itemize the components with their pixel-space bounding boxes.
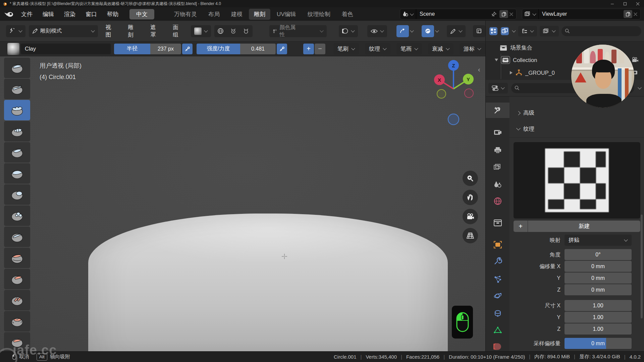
offset-z-field[interactable]: 0 mm [565, 284, 632, 295]
popover-cursor[interactable]: 游标 [460, 43, 485, 55]
remesh-toggle[interactable] [422, 25, 434, 37]
brush-clay[interactable] [4, 100, 30, 120]
properties-scrollbar[interactable] [641, 215, 643, 318]
offset-x-field[interactable]: 0 mm [565, 261, 632, 272]
offset-y-field[interactable]: 0 mm [565, 273, 632, 284]
orientation-gizmo[interactable]: Z X Y [432, 56, 479, 127]
brush-multiplane-scrape[interactable] [4, 311, 30, 331]
view-layer-copy-button[interactable] [624, 10, 632, 18]
outliner-filter-dropdown[interactable] [518, 26, 537, 37]
menu-mask[interactable]: 遮罩 [146, 24, 165, 39]
outliner-row-scene-collection[interactable]: 场景集合 [499, 42, 532, 54]
popover-falloff[interactable]: 衰减 [428, 43, 453, 55]
tab-object-data[interactable] [486, 322, 510, 338]
tab-scene[interactable] [486, 177, 510, 192]
radius-slider[interactable]: 半径 237 px [114, 44, 181, 54]
active-brush-preview-dropdown[interactable] [191, 25, 211, 37]
brush-layer[interactable] [4, 163, 30, 184]
global-orientation-icon[interactable] [214, 25, 227, 37]
menu-sculpt[interactable]: 雕刻 [124, 24, 143, 39]
restrict-render-camera-icon[interactable] [631, 56, 639, 64]
tab-particles[interactable] [486, 272, 510, 287]
menu-render[interactable]: 渲染 [59, 9, 80, 19]
tab-render[interactable] [486, 125, 510, 140]
brush-draw-sharp[interactable] [4, 79, 30, 99]
brush-inflate[interactable] [4, 184, 30, 205]
tab-modifiers[interactable] [486, 253, 510, 269]
brush-clay-strips[interactable] [4, 121, 30, 141]
outliner-display-mode-icon[interactable] [500, 27, 509, 36]
brush-smooth[interactable] [4, 248, 30, 268]
tab-constraints[interactable] [486, 306, 510, 321]
radius-pressure-toggle[interactable] [182, 44, 193, 54]
remove-button[interactable]: − [315, 44, 325, 54]
texture-new-button[interactable]: 新建 [528, 221, 640, 232]
workspace-tab-sculpting[interactable]: 雕刻 [249, 9, 270, 20]
brush-blob[interactable] [4, 205, 30, 226]
color-attribute-dropdown[interactable]: 颜色属性 [269, 25, 327, 37]
workspace-tab-modeling[interactable]: 建模 [226, 9, 248, 20]
mapping-dropdown[interactable]: 拼贴 [565, 235, 632, 246]
transform-orientation-chevron[interactable] [410, 28, 414, 32]
view-layer-browse-button[interactable] [522, 9, 539, 19]
menu-window[interactable]: 窗口 [80, 9, 102, 19]
zoom-button[interactable] [463, 171, 478, 186]
brush-name-field[interactable]: Clay [21, 44, 111, 54]
properties-editor-type-dropdown[interactable] [488, 83, 508, 94]
brush-preview-thumbnail[interactable] [7, 43, 19, 55]
menu-edit[interactable]: 编辑 [38, 9, 59, 19]
pin-icon[interactable] [491, 11, 497, 17]
remesh-chevron[interactable] [435, 28, 439, 32]
scene-name[interactable]: Scene [416, 11, 491, 17]
brush-scrape[interactable] [4, 290, 30, 310]
workspace-tab-animism[interactable]: 万物有灵 [169, 9, 202, 20]
scene-browse-button[interactable] [400, 9, 416, 19]
editor-type-button[interactable] [6, 25, 25, 37]
brush-crease[interactable] [4, 227, 30, 247]
brush-flatten[interactable] [4, 269, 30, 289]
tab-tool[interactable] [486, 103, 510, 118]
outliner-search-input[interactable] [561, 26, 641, 36]
tab-world[interactable] [486, 193, 510, 209]
tab-object[interactable] [486, 237, 510, 252]
workspace-tab-uv-editing[interactable]: UV编辑 [272, 9, 301, 20]
menu-view[interactable]: 视图 [101, 24, 120, 39]
menu-file[interactable]: 文件 [16, 9, 38, 19]
outliner-header-chevron[interactable] [512, 28, 516, 32]
viewport-canvas[interactable]: 用户透视 (局部) (4) Circle.001 Z [0, 56, 485, 351]
menu-face-sets[interactable]: 面组 [168, 24, 187, 39]
popover-stroke[interactable]: 笔画 [396, 43, 422, 55]
outliner-view-layer-dropdown[interactable] [540, 26, 559, 37]
snap-target-icon[interactable] [227, 25, 240, 37]
expand-triangle-icon[interactable] [510, 71, 513, 74]
outliner-row-collection[interactable]: Collection [495, 54, 537, 66]
popover-brush[interactable]: 笔刷 [333, 43, 359, 55]
tab-physics[interactable] [486, 288, 510, 303]
menu-help[interactable]: 帮助 [102, 9, 123, 19]
size-z-field[interactable]: 1.00 [565, 323, 632, 335]
outliner-row-group[interactable]: _GROUP_0 [510, 67, 555, 78]
angle-field[interactable]: 0° [565, 249, 632, 260]
pan-button[interactable] [463, 190, 478, 205]
workspace-tab-layout[interactable]: 布局 [203, 9, 225, 20]
annotate-dropdown[interactable] [447, 25, 466, 37]
tab-collection[interactable] [486, 215, 510, 231]
mode-dropdown[interactable]: 雕刻模式 [29, 25, 98, 37]
snap-magnet-icon[interactable] [240, 25, 253, 37]
tab-output[interactable] [486, 142, 510, 158]
maximize-button[interactable] [619, 0, 631, 7]
view-layer-name[interactable]: ViewLayer [539, 11, 624, 17]
language-button[interactable]: 中文 [129, 9, 154, 19]
scene-copy-button[interactable] [499, 10, 508, 18]
add-button[interactable]: + [303, 44, 314, 54]
popover-texture[interactable]: 纹理 [365, 43, 390, 55]
outliner-editor-type-icon[interactable] [489, 27, 498, 36]
transform-orientation-toggle[interactable] [396, 25, 409, 37]
blender-menu-logo-icon[interactable] [4, 10, 14, 18]
strength-slider[interactable]: 强度/力度 0.481 [197, 44, 276, 54]
workspace-tab-texture-paint[interactable]: 纹理绘制 [303, 9, 335, 20]
minimize-button[interactable] [606, 0, 619, 7]
tab-view-layer[interactable] [486, 159, 510, 174]
advanced-section-header[interactable]: 高级 [517, 109, 534, 117]
collapse-triangle-icon[interactable] [495, 59, 498, 61]
